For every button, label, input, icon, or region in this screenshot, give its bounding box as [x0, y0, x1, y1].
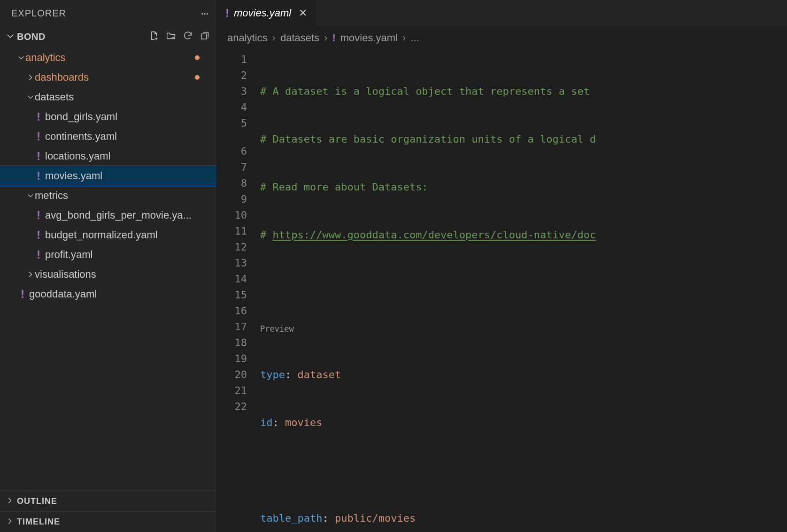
tree-label: budget_normalized.yaml — [45, 229, 212, 241]
tree-file-gooddata[interactable]: ! gooddata.yaml — [0, 284, 216, 304]
new-folder-icon[interactable] — [166, 30, 176, 43]
yaml-icon: ! — [32, 248, 45, 261]
code-link[interactable]: https://www.gooddata.com/developers/clou… — [273, 229, 596, 241]
chevron-down-icon — [26, 94, 35, 100]
code-text: # Read more about Datasets: — [260, 181, 428, 193]
chevron-down-icon — [26, 192, 35, 199]
outline-section[interactable]: OUTLINE — [0, 491, 216, 511]
code-text: public/movies — [335, 512, 416, 524]
modified-dot-icon — [195, 75, 200, 80]
tree-label: locations.yaml — [45, 150, 212, 162]
tree-label: avg_bond_girls_per_movie.ya... — [45, 209, 212, 221]
code-text: movies — [285, 417, 322, 428]
new-file-icon[interactable] — [149, 30, 159, 43]
code-lines[interactable]: # A dataset is a logical object that rep… — [260, 52, 787, 532]
explorer-title: EXPLORER — [11, 8, 66, 19]
code-text: type — [260, 369, 285, 380]
breadcrumb-item[interactable]: datasets — [280, 32, 319, 44]
chevron-right-icon: › — [402, 32, 406, 44]
editor-pane: ! movies.yaml ✕ analytics › datasets › !… — [217, 0, 787, 532]
code-text: table_path — [260, 512, 322, 524]
tree-folder-datasets[interactable]: datasets — [0, 87, 216, 107]
tree-folder-visualisations[interactable]: visualisations — [0, 265, 216, 284]
tree-file-budget[interactable]: ! budget_normalized.yaml — [0, 225, 216, 245]
code-text: dataset — [297, 369, 341, 380]
tree-label: bond_girls.yaml — [45, 111, 212, 123]
project-header[interactable]: BOND — [0, 26, 216, 47]
code-editor[interactable]: 12345 678910 1112131415 1617181920 2122 … — [217, 50, 787, 532]
breadcrumb[interactable]: analytics › datasets › ! movies.yaml › .… — [217, 26, 787, 50]
tab-bar: ! movies.yaml ✕ — [217, 0, 787, 26]
yaml-icon: ! — [32, 130, 45, 143]
code-text: # Datasets are basic organization units … — [260, 133, 596, 145]
tree-label: visualisations — [35, 268, 216, 281]
code-text: # A dataset is a logical object that rep… — [260, 85, 596, 97]
tree-file-movies[interactable]: ! movies.yaml — [0, 166, 216, 186]
line-gutter: 12345 678910 1112131415 1617181920 2122 — [217, 52, 260, 532]
yaml-icon: ! — [32, 150, 45, 163]
chevron-right-icon — [7, 518, 13, 526]
timeline-section[interactable]: TIMELINE — [0, 511, 216, 532]
tree-folder-metrics[interactable]: metrics — [0, 186, 216, 205]
chevron-right-icon: › — [324, 32, 327, 44]
tree-label: gooddata.yaml — [29, 288, 216, 300]
tree-label: datasets — [35, 91, 216, 103]
tree-folder-dashboards[interactable]: dashboards — [0, 68, 216, 87]
breadcrumb-item[interactable]: analytics — [227, 32, 268, 44]
tree-label: continents.yaml — [45, 130, 212, 143]
tree-label: movies.yaml — [45, 170, 212, 182]
more-actions-icon[interactable]: ··· — [201, 6, 208, 21]
tree-label: metrics — [35, 190, 216, 202]
refresh-icon[interactable] — [183, 30, 193, 43]
tab-movies[interactable]: ! movies.yaml ✕ — [217, 0, 316, 26]
project-name: BOND — [17, 31, 46, 42]
chevron-right-icon: › — [272, 32, 276, 44]
yaml-icon: ! — [32, 228, 45, 242]
modified-dot-icon — [195, 55, 200, 60]
chevron-right-icon — [7, 497, 13, 506]
tree-file-continents[interactable]: ! continents.yaml — [0, 127, 216, 146]
tree-label: dashboards — [35, 71, 216, 84]
tree-folder-analytics[interactable]: analytics — [0, 48, 216, 68]
breadcrumb-item[interactable]: ... — [410, 32, 419, 44]
tree-file-avg-bond[interactable]: ! avg_bond_girls_per_movie.ya... — [0, 205, 216, 225]
collapse-all-icon[interactable] — [200, 30, 210, 43]
yaml-icon: ! — [32, 169, 45, 182]
timeline-label: TIMELINE — [17, 517, 60, 527]
file-tree: analytics dashboards datasets ! bond_gir… — [0, 47, 216, 491]
code-text: # — [260, 229, 273, 241]
close-icon[interactable]: ✕ — [299, 7, 307, 19]
yaml-icon: ! — [16, 288, 29, 301]
tree-file-bond-girls[interactable]: ! bond_girls.yaml — [0, 107, 216, 127]
tab-filename: movies.yaml — [234, 7, 291, 19]
code-text: id — [260, 417, 273, 428]
yaml-icon: ! — [225, 7, 229, 20]
codelens-preview[interactable]: Preview — [260, 323, 787, 335]
chevron-right-icon — [26, 74, 35, 81]
breadcrumb-item[interactable]: movies.yaml — [340, 32, 398, 44]
yaml-icon: ! — [332, 32, 335, 44]
chevron-down-icon — [17, 54, 25, 61]
tree-label: profit.yaml — [45, 249, 212, 261]
outline-label: OUTLINE — [17, 496, 57, 506]
chevron-right-icon — [26, 271, 35, 278]
tree-label: analytics — [25, 52, 216, 64]
yaml-icon: ! — [32, 110, 45, 123]
chevron-down-icon — [7, 31, 14, 42]
yaml-icon: ! — [32, 209, 45, 222]
tree-file-locations[interactable]: ! locations.yaml — [0, 146, 216, 166]
explorer-header: EXPLORER ··· — [0, 0, 216, 26]
explorer-sidebar: EXPLORER ··· BOND analytics dashboards — [0, 0, 217, 532]
tree-file-profit[interactable]: ! profit.yaml — [0, 245, 216, 265]
